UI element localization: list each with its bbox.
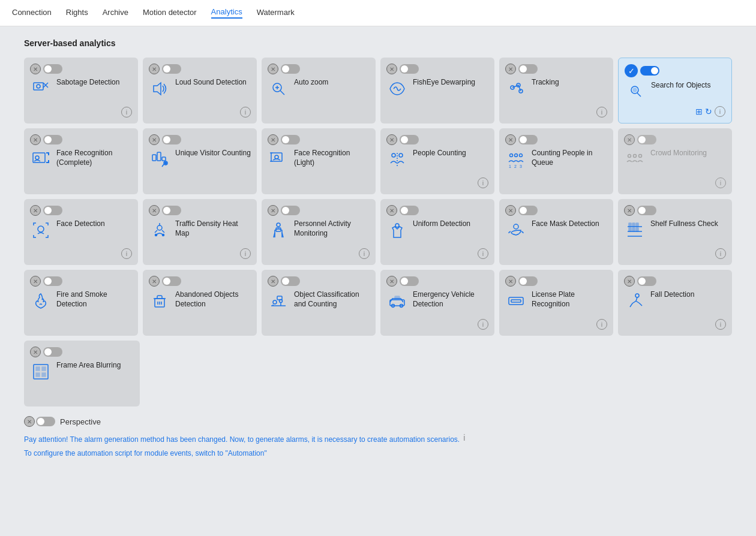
switch-fisheye[interactable] [400,64,419,74]
switch-unique-visitor[interactable] [162,135,181,144]
switch-frame-blur[interactable] [43,347,62,357]
svg-line-42 [155,230,157,233]
toggle-face-recog-light[interactable]: ✕ [268,134,370,145]
toggle-fall-detection[interactable]: ✕ [624,276,726,287]
toggle-abandoned[interactable]: ✕ [149,276,251,287]
switch-tracking[interactable] [518,64,538,74]
toggle-shelf[interactable]: ✕ [624,205,726,216]
toggle-face-detection[interactable]: ✕ [30,205,132,216]
svg-text:1: 1 [509,164,511,168]
toggle-object-class[interactable]: ✕ [268,276,370,287]
toggle-tracking[interactable]: ✕ [505,64,607,74]
switch-queue[interactable] [518,135,538,144]
info-sfc[interactable]: i [715,248,726,259]
loud-sound-label: Loud Sound Detection [175,78,251,88]
card-sabotage-detection: ✕ Sabotage Detection i [24,58,138,124]
switch-search-objects[interactable] [640,66,659,76]
card-body-fab: Frame Area Blurring [30,361,134,397]
info-fd[interactable]: i [121,248,132,259]
toggle-face-mask[interactable]: ✕ [505,205,607,216]
info-evd[interactable]: i [478,319,488,330]
grid-icon[interactable]: ⊞ [695,107,703,116]
fisheye-label: FishEye Dewarping [413,78,488,88]
switch-face-recog-light[interactable] [281,135,300,144]
toggle-personnel[interactable]: ✕ [268,205,370,216]
info-crowd[interactable]: i [715,177,726,188]
auto-zoom-label: Auto zoom [294,78,370,88]
svg-point-28 [399,153,403,157]
toggle-x-sabotage: ✕ [30,64,41,74]
info-pc[interactable]: i [478,177,488,188]
switch-people-counting[interactable] [400,135,419,144]
toggle-people-counting[interactable]: ✕ [386,134,488,145]
switch-crowd[interactable] [637,135,656,144]
switch-fire-smoke[interactable] [43,276,62,286]
toggle-loud-sound[interactable]: ✕ [149,64,251,74]
toggle-fisheye[interactable]: ✕ [386,64,488,74]
nav-rights[interactable]: Rights [66,8,88,18]
switch-license-plate[interactable] [518,276,538,286]
svg-point-40 [157,225,162,230]
info-lpr[interactable]: i [596,319,607,330]
toggle-traffic-heat[interactable]: ✕ [149,205,251,216]
info-pam[interactable]: i [359,248,370,259]
card-body-fmd: Face Mask Detection [505,219,607,255]
toggle-search-objects[interactable]: ✓ [625,64,725,77]
svg-line-6 [280,91,284,95]
card-fall-detection: ✕ Fall Detection i [618,270,732,336]
card-auto-zoom: ✕ Auto zoom [262,58,376,124]
info-loud-sound[interactable]: i [240,107,251,118]
toggle-uniform[interactable]: ✕ [386,205,488,216]
toggle-auto-zoom[interactable]: ✕ [268,64,370,74]
notice-info-icon[interactable]: i [463,433,465,442]
switch-fall-detection[interactable] [637,276,656,286]
switch-emergency[interactable] [400,276,419,286]
switch-personnel[interactable] [281,206,300,215]
switch-loud-sound[interactable] [162,64,181,74]
card-footer-fall: i [624,319,726,330]
nav-archive[interactable]: Archive [103,8,128,18]
refresh-icon[interactable]: ↻ [705,107,712,116]
switch-object-class[interactable] [281,276,300,286]
switch-traffic-heat[interactable] [162,206,181,215]
switch-face-mask[interactable] [518,206,538,215]
crowd-icon [624,149,646,170]
switch-auto-zoom[interactable] [281,64,300,74]
toggle-face-recog-complete[interactable]: ✕ [30,134,132,145]
info-search-objects[interactable]: i [715,106,725,117]
info-th[interactable]: i [240,248,251,259]
switch-face-detection[interactable] [43,206,62,215]
toggle-fire-smoke[interactable]: ✕ [30,276,132,287]
toggle-emergency[interactable]: ✕ [386,276,488,287]
fsd-label: Fire and Smoke Detection [56,290,132,309]
switch-perspective[interactable] [36,417,55,426]
svg-rect-54 [632,223,635,227]
toggle-sabotage[interactable]: ✕ [30,64,132,74]
toggle-frame-blur[interactable]: ✕ [30,347,134,357]
nav-analytics[interactable]: Analytics [211,7,242,19]
switch-face-recog-complete[interactable] [43,135,62,144]
info-tracking[interactable]: i [596,107,607,118]
toggle-queue[interactable]: ✕ [505,134,607,145]
switch-abandoned[interactable] [162,276,181,286]
svg-rect-57 [632,228,635,231]
svg-point-49 [514,224,518,229]
svg-marker-4 [154,83,161,95]
switch-sabotage[interactable] [43,64,62,74]
toggle-unique-visitor[interactable]: ✕ [149,134,251,145]
toggle-license-plate[interactable]: ✕ [505,276,607,287]
info-ud[interactable]: i [478,248,488,259]
switch-uniform[interactable] [400,206,419,215]
nav-motion-detector[interactable]: Motion detector [143,8,197,18]
svg-rect-56 [629,228,631,231]
toggle-crowd[interactable]: ✕ [624,134,726,145]
nav-watermark[interactable]: Watermark [257,8,295,18]
svg-point-39 [38,226,44,232]
toggle-x-fd: ✕ [30,205,41,216]
info-sabotage[interactable]: i [121,107,132,118]
card-body-sabotage: Sabotage Detection [30,78,132,103]
switch-shelf[interactable] [637,206,656,215]
nav-connection[interactable]: Connection [12,8,52,18]
notice-block: Pay attention! The alarm generation meth… [24,432,732,459]
info-fall[interactable]: i [715,319,726,330]
